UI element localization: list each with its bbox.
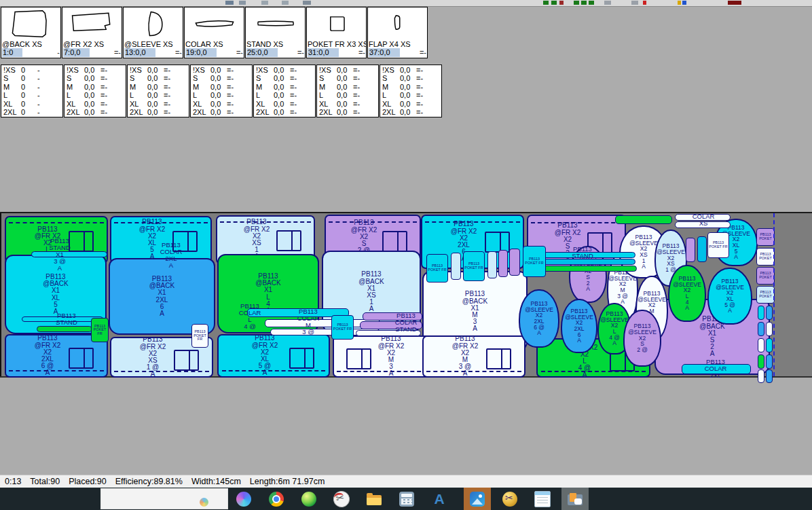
pattern-card-count[interactable]: 31:0,0 [308,48,339,57]
piece-sleeve[interactable]: PB113 @SLEEVE X2 2XL 6 @ A [519,289,559,348]
size-mark: =- [416,66,430,74]
piece-sleeve[interactable]: PB113 @SLEEVE X2 2XL 6 A [561,299,597,353]
piece-poketfr[interactable]: PB113 POKET FR [91,318,109,342]
piece-strip[interactable] [535,259,635,265]
size-label: S [193,74,210,82]
piece-poket[interactable]: PB113 POKET [756,286,775,304]
calculator-icon [399,492,414,507]
taskbar-icon-copilot[interactable] [230,488,257,510]
piece-sleeve[interactable]: PB113 @SLEEVE X2 S 2 @ [623,310,661,367]
pattern-card-count[interactable]: 25:0,0 [246,48,278,57]
piece-label: PB113 @BACK X1 XS 1 A [358,271,384,312]
size-mark: =- [353,74,367,82]
piece-flap[interactable] [758,354,764,369]
piece-strip[interactable] [37,326,92,332]
size-label: L [382,91,400,99]
toolbar-icon-fragment [631,1,638,5]
size-mark: =- [227,100,240,108]
piece-pocket[interactable] [509,249,520,276]
size-table-row: !XS0,0=- [130,66,189,74]
letter-a-icon: A [432,492,447,507]
piece-flap[interactable] [758,369,764,383]
piece-pocket[interactable] [498,250,508,277]
taskbar-icon-notepad[interactable] [529,488,556,510]
pattern-card-count[interactable]: 1:0 [2,48,22,57]
size-label: L [256,91,274,99]
size-mark: =- [416,100,430,108]
taskbar-search-input[interactable] [100,488,228,509]
piece-flap[interactable] [697,236,707,262]
piece-pocket[interactable] [451,253,461,280]
overlap-piece-label: PB113 COLAR 2XL [705,359,727,379]
piece-label: PB113 @FR X2 X2 M 3 @ A [452,335,496,377]
taskbar-icon-gold-scissors[interactable] [496,488,523,510]
piece-strip[interactable] [534,266,637,272]
size-label: L [319,91,337,99]
pattern-card-sleeve[interactable]: @SLEEVE XS13:0,0=- [123,7,183,58]
piece-sleeve[interactable]: PB113 @SLEEVE X2 XL 5 @ A [707,268,752,325]
piece-poketfr[interactable]: PB113 POKET FR [463,251,485,281]
piece-flap[interactable] [758,322,764,336]
green-orb-icon [301,492,316,507]
piece-flap[interactable] [766,369,773,383]
piece-flap[interactable] [766,306,773,320]
taskbar-icon-photos[interactable] [464,488,491,510]
taskbar-icon-calculator[interactable] [393,488,420,510]
taskbar-icon-green-orb[interactable] [295,488,322,510]
piece-strip[interactable] [615,215,672,224]
size-qty: 0,0 [84,74,100,82]
chat-folder-icon [568,494,583,505]
size-table-row: !XS0,0=- [193,66,252,74]
pattern-card-count[interactable]: 19:0,0 [185,48,217,57]
size-mark: =- [290,74,303,82]
piece-poketfr[interactable]: PB113 POKET FR [707,232,729,258]
piece-flap[interactable] [758,306,764,320]
piece-flap[interactable] [766,338,773,352]
size-table-row: 2XL0,0=- [193,108,252,116]
size-qty: 0,0 [337,100,353,108]
piece-flap[interactable] [758,338,764,352]
size-table-row: S0,0=- [319,74,378,82]
piece-poket[interactable]: PB113 POKET [756,248,775,266]
size-mark: =- [290,108,303,116]
piece-poketfr[interactable]: PB113 POKET FR [331,315,354,340]
photos-icon [470,492,485,507]
pattern-card-back[interactable]: @BACK XS1:0- [1,7,61,58]
piece-flap[interactable] [766,322,773,336]
size-qty: 0,0 [210,100,227,108]
size-mark: =- [227,91,240,99]
piece-poketfr[interactable]: PB113 POKET FR [191,324,208,348]
taskbar-icon-chat-folder[interactable] [561,488,589,510]
taskbar-icon-letter-a[interactable]: A [426,488,453,510]
size-qty: 0,0 [147,108,164,116]
piece-frx2[interactable]: PB113 @FR X2 X2 M 3 @ A [422,335,525,378]
piece-flap[interactable] [686,238,695,262]
pattern-card-fr[interactable]: @FR X2 XS7:0,0=- [62,7,122,58]
pattern-card-count[interactable]: 7:0,0 [63,48,90,57]
toolbar-icon-fragment [559,1,564,5]
pattern-card-stand[interactable]: STAND XS25:0,0=- [245,7,306,58]
size-table: !XS0,0=-S0,0=-M0,0=-L0,0=-XL0,0=-2XL0,0=… [380,65,442,117]
piece-frx2[interactable]: PB113 @FR X2 X2 XL 5 @ A [217,334,330,378]
piece-sleeve[interactable]: PB113 @SLEEVE X2 L 4 A [668,265,706,322]
pattern-card-flap[interactable]: FLAP X4 XS37:0,0=- [367,7,428,58]
piece-flap[interactable] [766,354,773,369]
marker-nesting-area[interactable]: PB113 @FR X2 X2 LPB113 @FR X2 X2 XL 5 AP… [0,212,812,378]
pattern-card-count[interactable]: 37:0,0 [369,48,400,57]
size-mark: =- [100,100,114,108]
pattern-card-colar[interactable]: COLAR XS19:0,0=- [184,7,244,58]
piece-poketfr[interactable]: PB113 POKET FR [523,246,546,277]
pattern-card-poket[interactable]: POKET FR X3 XS31:0,0=- [306,7,367,58]
size-label: 2XL [130,108,147,116]
taskbar-icon-file-explorer[interactable] [361,488,388,510]
taskbar-icon-chrome[interactable] [263,488,290,510]
toolbar-icon-fragment [574,1,579,5]
pattern-card-count[interactable]: 13:0,0 [124,48,155,57]
piece-poket[interactable]: PB113 POKET [756,267,775,285]
taskbar-icon-pattern-scissors[interactable] [328,488,355,510]
flap-outline-icon [368,7,427,40]
piece-poket[interactable]: PB113 POKET [756,228,775,246]
piece-pocket[interactable] [487,251,497,278]
piece-poketfr[interactable]: PB113 POKET FR [426,254,448,283]
piece-frx2[interactable]: PB113 @FR X2 X2 M 3 A [333,335,432,378]
